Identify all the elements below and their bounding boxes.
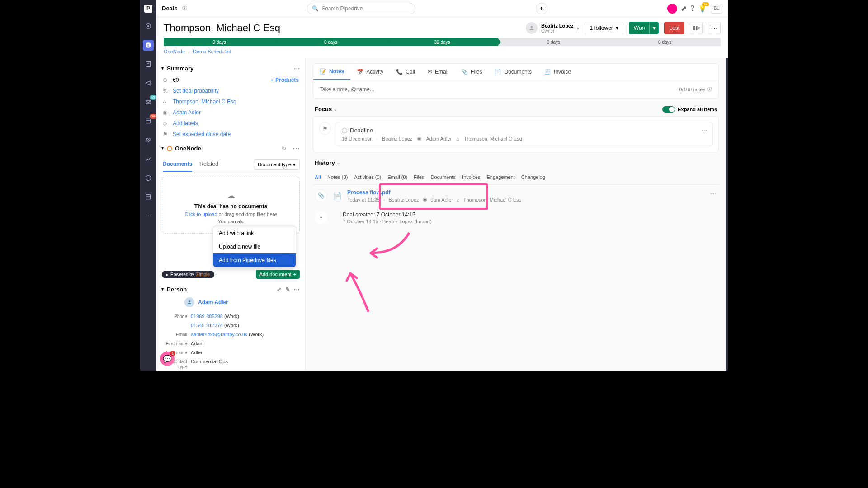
labels-link[interactable]: Add labels [173,120,198,127]
follower-button[interactable]: 1 follower ▾ [585,22,623,34]
note-input[interactable] [320,86,679,93]
assistant-icon[interactable] [667,4,677,14]
menu-add-link[interactable]: Add with a link [213,226,296,240]
probability-link[interactable]: Set deal probability [173,88,219,94]
rail-marketplace-icon[interactable] [143,192,154,202]
htab-changelog[interactable]: Changelog [521,173,545,182]
email-label: Email [162,332,187,337]
deal-value: €0 [173,77,179,83]
htab-documents[interactable]: Documents [430,173,456,182]
add-button[interactable]: + [536,3,547,14]
htab-invoices[interactable]: Invoices [462,173,480,182]
layout-button[interactable]: ▾ [690,22,703,34]
stage-1[interactable]: 0 days [164,38,275,46]
org-link[interactable]: Thompson, Michael C Esq [173,99,236,105]
doctype-filter[interactable]: Document type ▾ [254,159,300,170]
rtab-files[interactable]: 📎 Files [455,64,488,80]
crumb-2[interactable]: Demo Scheduled [193,49,231,54]
pipedrive-logo[interactable]: P [144,5,152,13]
menu-pipedrive-files[interactable]: Add from Pipedrive files [213,253,296,267]
htab-all[interactable]: All [315,173,321,182]
tab-documents[interactable]: Documents [163,157,192,172]
edit-icon[interactable]: ✎ [285,286,290,293]
onenode-title: OneNode [175,145,201,152]
crumb-1[interactable]: OneNode [164,49,185,54]
menu-upload-file[interactable]: Upload a new file [213,240,296,253]
expand-toggle[interactable]: Expand all items [662,106,717,113]
chevron-down-icon[interactable]: ⌄ [334,107,337,112]
help-icon[interactable]: ? [690,5,694,13]
products-link[interactable]: + Products [270,77,299,83]
refresh-icon[interactable]: ↻ [282,145,286,152]
htab-files[interactable]: Files [414,173,424,182]
owner-caret-icon[interactable]: ▾ [577,26,579,31]
phone1-link[interactable]: 01969-886298 [191,314,223,319]
stage-4[interactable]: 0 days [498,38,609,46]
person-name-link[interactable]: Adam Adler [198,299,228,305]
notifications-icon[interactable]: 💡1+ [698,4,707,13]
stage-3[interactable]: 32 days [387,38,498,46]
won-button[interactable]: Won [629,22,650,34]
upload-link[interactable]: Click to upload [184,211,217,217]
onenode-more-icon[interactable]: ⋯ [292,144,300,153]
htab-email[interactable]: Email (0) [387,173,407,182]
item-more-icon[interactable]: ⋯ [710,189,717,202]
rtab-email[interactable]: ✉ Email [421,64,455,80]
rail-campaigns-icon[interactable] [143,78,154,89]
phone2-link[interactable]: 01545-817374 [191,323,223,328]
rail-products-icon[interactable] [143,173,154,183]
deal-created-title: Deal created: 7 October 14:15 [343,211,717,218]
svg-rect-14 [693,26,695,28]
summary-more-icon[interactable]: ⋯ [294,65,300,72]
rail-deals-icon[interactable]: $ [143,40,154,51]
rail-activities-icon[interactable]: 39 [143,116,154,127]
expand-icon[interactable]: ⤢ [277,286,282,293]
rtab-invoice[interactable]: 🧾 Invoice [538,64,577,80]
email-link[interactable]: aadler8495@rampy.co.uk [191,332,247,337]
chevron-icon[interactable]: ▸ [160,147,165,150]
rail-home-icon[interactable] [143,21,154,32]
tab-related[interactable]: Related [199,157,218,172]
owner-avatar[interactable] [526,22,538,34]
closedate-link[interactable]: Set expected close date [173,131,231,137]
htab-notes[interactable]: Notes (0) [327,173,348,182]
htab-activities[interactable]: Activities (0) [354,173,381,182]
deadline-more-icon[interactable]: ⋯ [701,127,707,134]
deadline-owner: Beatriz Lopez [382,136,412,141]
chat-widget[interactable]: 💬1 [160,352,175,366]
rtab-call[interactable]: 📞 Call [390,64,421,80]
person-more-icon[interactable]: ⋯ [294,286,300,293]
rail-projects-icon[interactable] [143,59,154,70]
person-link[interactable]: Adam Adler [173,109,201,116]
breadcrumb: OneNode › Demo Scheduled [156,48,728,58]
chevron-down-icon[interactable]: ⌄ [337,160,340,165]
lost-button[interactable]: Lost [664,22,684,34]
upload-dropzone[interactable]: ☁ This deal has no documents Click to up… [162,177,300,234]
label-icon: ◇ [163,120,169,127]
stage-5[interactable]: 0 days [609,38,721,46]
rail-insights-icon[interactable] [143,154,154,164]
deadline-flag-icon: ⚑ [319,122,331,135]
chevron-icon[interactable]: ▸ [160,288,165,291]
svg-rect-6 [146,119,150,123]
file-name-link[interactable]: Process flow.pdf [347,189,705,196]
add-document-button[interactable]: Add document + [256,270,300,279]
rtab-notes[interactable]: 📝 Notes [313,64,350,80]
htab-engagement[interactable]: Engagement [486,173,514,182]
won-caret[interactable]: ▾ [650,22,659,34]
rtab-documents[interactable]: 📄 Documents [488,64,538,80]
value-icon: ⊙ [163,77,169,83]
info-icon[interactable]: ⓘ [182,5,187,12]
summary-title: Summary [167,65,193,72]
rail-mail-icon[interactable]: 65 [143,97,154,108]
user-menu[interactable]: BL [711,4,722,14]
search-input[interactable]: 🔍 Search Pipedrive [307,3,415,14]
rail-more-icon[interactable] [143,211,154,221]
quick-add-icon[interactable]: ⬈ [681,4,687,13]
stage-2[interactable]: 0 days [275,38,386,46]
more-button[interactable]: ⋯ [708,22,721,34]
chevron-icon[interactable]: ▸ [160,67,165,70]
svg-rect-9 [146,196,150,199]
rtab-activity[interactable]: 📅 Activity [350,64,390,80]
rail-contacts-icon[interactable] [143,135,154,145]
